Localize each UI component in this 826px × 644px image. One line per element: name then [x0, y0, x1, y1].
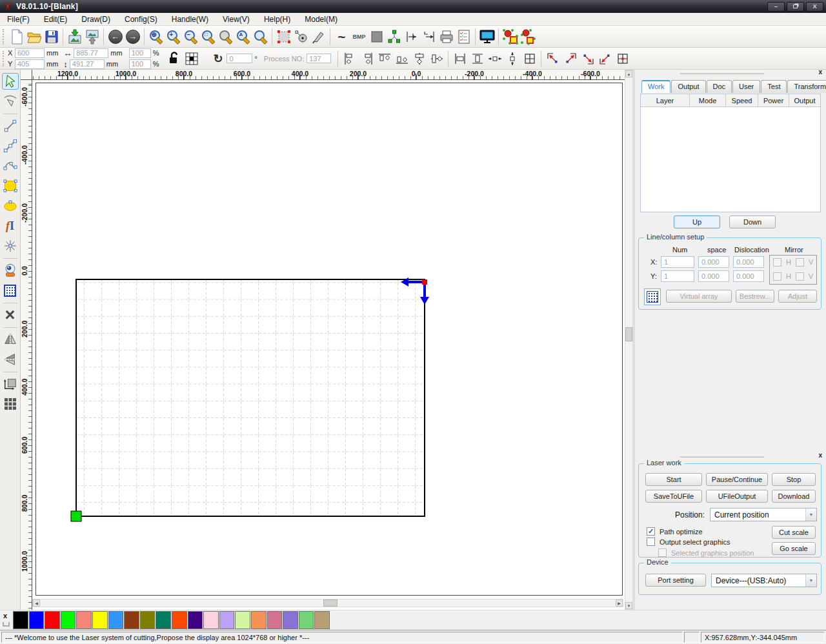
horizontal-scrollbar[interactable]: ◀ ▶ [32, 599, 623, 607]
toolbar-grip[interactable] [3, 29, 5, 45]
toolbar-grip[interactable] [3, 51, 5, 66]
menu-help[interactable]: Help(H) [257, 14, 297, 25]
v-guide-button[interactable] [420, 28, 438, 45]
color-swatch[interactable] [172, 611, 187, 629]
to-bottom-left-button[interactable] [596, 50, 614, 67]
zoom-data-button[interactable] [217, 28, 234, 45]
bezier-tool-button[interactable] [2, 157, 19, 174]
color-swatch[interactable] [299, 611, 314, 629]
cut-scale-button[interactable]: Cut scale [772, 526, 816, 539]
output-preview-button[interactable] [455, 28, 472, 45]
scroll-up-icon[interactable]: ▲ [625, 70, 632, 77]
same-size-button[interactable] [521, 50, 538, 67]
tab-output[interactable]: Output [671, 80, 705, 93]
mirror-yv-checkbox[interactable] [796, 272, 804, 281]
width-field[interactable]: 885.77 [74, 48, 108, 58]
origin-handle[interactable] [422, 279, 427, 285]
zoom-out-button[interactable]: − [182, 28, 199, 45]
color-swatch[interactable] [29, 611, 45, 629]
save-button[interactable] [43, 28, 60, 45]
color-swatch[interactable] [108, 611, 124, 629]
text-tool-button[interactable]: fI [2, 217, 19, 234]
zoom-all-button[interactable]: A [234, 28, 252, 45]
undo-button[interactable]: ← [106, 28, 124, 45]
y-space-field[interactable]: 0.000 [698, 270, 729, 282]
align-top-button[interactable] [376, 50, 393, 67]
y-num-field[interactable]: 1 [661, 270, 694, 282]
color-swatch[interactable] [283, 611, 298, 629]
menu-draw[interactable]: Draw(D) [74, 14, 117, 25]
path-optimize-checkbox[interactable]: ✓ [647, 527, 655, 536]
to-bottom-right-button[interactable] [579, 50, 596, 67]
horizontal-scroll-thumb[interactable] [323, 599, 337, 607]
dropdown-arrow-icon[interactable]: ▼ [805, 508, 816, 521]
bmp-tool-button[interactable]: BMP [350, 28, 368, 45]
work-area-rectangle[interactable] [76, 279, 425, 516]
print-button[interactable] [438, 28, 455, 45]
menu-config[interactable]: Config(S) [117, 14, 165, 25]
select-tool-button[interactable] [2, 73, 19, 90]
same-height-button[interactable] [468, 50, 486, 67]
palette-line-icon[interactable] [3, 622, 10, 627]
bestrew-button[interactable]: Bestrew... [736, 290, 774, 303]
point-tool-button[interactable] [2, 237, 19, 254]
up-button[interactable]: Up [674, 216, 720, 228]
mirror-yh-checkbox[interactable] [773, 272, 781, 281]
device-dropdown[interactable]: Device---(USB:Auto) ▼ [711, 574, 817, 587]
grid-array-tool-button[interactable] [2, 282, 19, 299]
menu-model[interactable]: Model(M) [297, 14, 345, 25]
virtual-array-button[interactable]: Virtual array [666, 290, 732, 303]
panel-close-icon[interactable]: x [818, 68, 822, 75]
new-file-button[interactable] [8, 28, 25, 45]
color-swatch[interactable] [156, 611, 171, 629]
restore-button[interactable] [787, 2, 804, 12]
canvas[interactable]: ◀ ▶ [32, 80, 625, 610]
zoom-in-button[interactable]: + [165, 28, 182, 45]
color-swatch[interactable] [124, 611, 139, 629]
layer-table[interactable]: Layer Mode Speed Power Output [640, 94, 821, 212]
adjust-button[interactable]: Adjust [778, 290, 817, 303]
menu-file[interactable]: File(F) [0, 14, 37, 25]
y-position-field[interactable]: 405 [15, 59, 45, 69]
x-num-field[interactable]: 1 [661, 256, 694, 268]
stop-button[interactable]: Stop [772, 473, 816, 486]
x-dislocation-field[interactable]: 0.000 [733, 256, 764, 268]
pause-continue-button[interactable]: Pause/Continue [706, 473, 768, 486]
align-left-button[interactable] [341, 50, 358, 67]
panel-close-icon[interactable]: x [818, 452, 822, 459]
simulate-select-button[interactable] [519, 28, 536, 45]
equal-hspace-button[interactable] [486, 50, 503, 67]
download-button[interactable]: Download [772, 490, 816, 503]
port-setting-button[interactable]: Port setting [645, 574, 706, 587]
color-swatch[interactable] [314, 611, 330, 629]
laser-position-handle[interactable] [71, 511, 81, 521]
color-swatch[interactable] [92, 611, 108, 629]
polyline-tool-button[interactable] [2, 137, 19, 154]
node-edit-tool-button[interactable] [2, 93, 19, 110]
to-center-button[interactable] [614, 50, 631, 67]
color-swatch[interactable] [13, 611, 28, 629]
minimize-button[interactable]: – [767, 2, 785, 12]
rotate-button[interactable]: ↻ [209, 50, 227, 67]
redo-button[interactable]: → [124, 28, 141, 45]
close-button[interactable]: X [806, 2, 823, 12]
zoom-pan-button[interactable]: ⊕ [147, 28, 165, 45]
flip-vertical-button[interactable] [2, 351, 19, 368]
position-dropdown[interactable]: Current position ▼ [710, 508, 817, 521]
x-position-field[interactable]: 600 [15, 48, 45, 58]
delete-tool-button[interactable]: × [2, 307, 19, 323]
process-no-field[interactable]: 137 [307, 54, 331, 63]
h-guide-button[interactable] [403, 28, 420, 45]
tab-doc[interactable]: Doc [707, 80, 732, 93]
zoom-select-button[interactable] [252, 28, 269, 45]
y-dislocation-field[interactable]: 0.000 [733, 270, 764, 282]
zoom-page-button[interactable]: □ [199, 28, 217, 45]
cut-tool-button[interactable] [310, 28, 327, 45]
array-tool-button[interactable] [2, 396, 19, 412]
color-swatch[interactable] [203, 611, 219, 629]
mirror-xh-checkbox[interactable] [773, 258, 781, 267]
line-tool-button[interactable] [2, 117, 19, 134]
scroll-left-icon[interactable]: ◀ [33, 599, 40, 607]
scroll-right-icon[interactable]: ▶ [616, 599, 623, 607]
export-button[interactable] [83, 28, 101, 45]
